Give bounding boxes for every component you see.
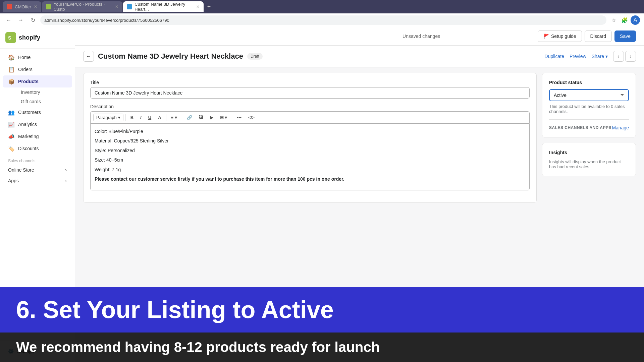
- product-status-select[interactable]: Active Draft: [549, 89, 629, 101]
- back-to-products-button[interactable]: ←: [83, 51, 94, 62]
- discounts-icon: 🏷️: [8, 145, 15, 152]
- unsaved-changes-text: Unsaved changes: [310, 34, 532, 39]
- toolbar-separator-1: [125, 114, 126, 121]
- paragraph-select[interactable]: Paragraph ▾: [93, 114, 123, 121]
- share-button[interactable]: Share ▾: [592, 54, 608, 59]
- products-icon: 📦: [8, 78, 15, 85]
- sidebar-item-apps[interactable]: Apps ›: [3, 175, 72, 186]
- tab-label-custom: Custom Name 3D Jewelry Heart...: [135, 2, 194, 12]
- duplicate-button[interactable]: Duplicate: [545, 54, 564, 59]
- paragraph-chevron-icon: ▾: [118, 115, 120, 120]
- sidebar-item-customers-label: Customers: [18, 110, 41, 115]
- sidebar-item-discounts[interactable]: 🏷️ Discounts: [3, 142, 72, 155]
- insights-text: Insights will display when the product h…: [549, 159, 629, 169]
- marketing-icon: 📣: [8, 133, 15, 140]
- toolbar-separator-2: [166, 114, 166, 121]
- banner-blue: 6. Set Your Listing to Active: [0, 287, 644, 333]
- sales-channels-title: SALES CHANNELS AND APPS: [549, 125, 611, 130]
- text-color-button[interactable]: A: [155, 114, 164, 121]
- next-product-button[interactable]: ›: [625, 51, 636, 62]
- product-header: ← Custom Name 3D Jewelry Heart Necklace …: [75, 46, 644, 67]
- sidebar-item-inventory[interactable]: Inventory: [15, 87, 72, 97]
- shopify-logo-icon: S: [5, 32, 16, 43]
- url-text: admin.shopify.com/store/yours4everco/pro…: [44, 18, 169, 23]
- insights-card: Insights Insights will display when the …: [542, 143, 636, 176]
- toolbar-separator-3: [182, 114, 182, 121]
- orders-icon: 📋: [8, 66, 15, 73]
- sidebar-item-customers[interactable]: 👥 Customers: [3, 106, 72, 118]
- sales-channels-header: SALES CHANNELS AND APPS Manage: [549, 119, 629, 130]
- tab-close-cm[interactable]: ✕: [34, 4, 37, 9]
- prev-product-button[interactable]: ‹: [613, 51, 624, 62]
- preview-button[interactable]: Preview: [570, 54, 586, 59]
- sidebar-item-home[interactable]: 🏠 Home: [3, 51, 72, 63]
- tab-cmOffer[interactable]: CMOffer ✕: [3, 1, 41, 12]
- product-nav-arrows: ‹ ›: [613, 51, 636, 62]
- product-status-title: Product status: [549, 80, 629, 85]
- sidebar-item-products[interactable]: 📦 Products: [3, 75, 72, 87]
- insights-title: Insights: [549, 150, 629, 155]
- forward-button[interactable]: →: [16, 15, 25, 25]
- tab-custom-name[interactable]: Custom Name 3D Jewelry Heart... ✕: [123, 1, 204, 12]
- desc-line-2: Material: Copper/925 Sterling Silver: [95, 137, 525, 144]
- back-button[interactable]: ←: [4, 15, 13, 25]
- topbar-actions: 🚩 Setup guide Discard Save: [538, 31, 636, 42]
- bold-button[interactable]: B: [128, 114, 136, 121]
- link-button[interactable]: 🔗: [184, 114, 195, 121]
- desc-line-6: Please contact our customer service firs…: [95, 175, 525, 183]
- home-icon: 🏠: [8, 54, 15, 61]
- code-button[interactable]: </>: [246, 114, 257, 121]
- top-bar: Unsaved changes 🚩 Setup guide Discard Sa…: [75, 27, 644, 46]
- title-form-group: Title: [90, 80, 530, 99]
- tab-label-cm: CMOffer: [15, 4, 31, 9]
- sidebar-item-discounts-label: Discounts: [18, 146, 39, 151]
- title-input[interactable]: [90, 87, 530, 99]
- save-button[interactable]: Save: [614, 31, 636, 42]
- setup-guide-button[interactable]: 🚩 Setup guide: [538, 31, 582, 42]
- draft-badge: Draft: [247, 53, 263, 60]
- align-button[interactable]: ≡ ▾: [168, 114, 180, 121]
- table-button[interactable]: ⊞ ▾: [217, 114, 230, 121]
- banner-dark: We recommend having 8-12 products ready …: [0, 333, 644, 362]
- bookmark-icon[interactable]: ☆: [609, 15, 619, 25]
- description-label: Description: [90, 104, 530, 109]
- media-button[interactable]: ▶: [207, 114, 216, 121]
- discard-button[interactable]: Discard: [585, 31, 612, 42]
- tab-close-shopify[interactable]: ✕: [115, 4, 118, 9]
- manage-link[interactable]: Manage: [612, 125, 629, 130]
- browser-chrome: CMOffer ✕ Yours4EverCo · Products · Cust…: [0, 0, 644, 27]
- toolbar-separator-4: [232, 114, 232, 121]
- chevron-right-apps-icon: ›: [65, 178, 67, 183]
- extensions-icon[interactable]: 🧩: [620, 15, 629, 25]
- banner-blue-text: 6. Set Your Listing to Active: [16, 297, 628, 323]
- tab-shopify-products[interactable]: Yours4EverCo · Products · Custo ✕: [42, 1, 122, 12]
- sidebar-item-gift-cards[interactable]: Gift cards: [15, 97, 72, 106]
- more-button[interactable]: •••: [234, 114, 244, 121]
- paragraph-label: Paragraph: [96, 115, 117, 120]
- italic-button[interactable]: I: [138, 114, 144, 121]
- sidebar-item-orders[interactable]: 📋 Orders: [3, 63, 72, 75]
- underline-button[interactable]: U: [146, 114, 154, 121]
- sidebar-logo: S shopify: [0, 27, 75, 49]
- image-button[interactable]: 🖼: [196, 114, 206, 121]
- customers-icon: 👥: [8, 109, 15, 116]
- overlay-banner: 6. Set Your Listing to Active We recomme…: [0, 287, 644, 362]
- description-toolbar: Paragraph ▾ B I U A ≡ ▾: [90, 111, 530, 123]
- description-editor[interactable]: Color: Blue/Pink/Purple Material: Copper…: [90, 123, 530, 190]
- desc-line-5: Weight: 7.1g: [95, 166, 525, 173]
- sidebar-item-analytics-label: Analytics: [18, 122, 37, 127]
- browser-icons: ☆ 🧩 A: [609, 15, 640, 25]
- address-bar[interactable]: admin.shopify.com/store/yours4everco/pro…: [40, 15, 606, 25]
- profile-icon[interactable]: A: [631, 15, 640, 25]
- sidebar-item-online-store[interactable]: Online Store ›: [3, 165, 72, 175]
- refresh-button[interactable]: ↻: [28, 15, 38, 25]
- description-form-group: Description Paragraph ▾ B I U: [90, 104, 530, 190]
- tab-favicon-shopify: [46, 4, 51, 9]
- sidebar-item-marketing[interactable]: 📣 Marketing: [3, 130, 72, 142]
- tab-close-custom[interactable]: ✕: [196, 4, 200, 9]
- apps-label: Apps: [8, 178, 19, 183]
- new-tab-button[interactable]: +: [204, 2, 214, 11]
- desc-line-4: Size: 40+5cm: [95, 156, 525, 164]
- sidebar-item-analytics[interactable]: 📈 Analytics: [3, 118, 72, 130]
- nav-bar: ← → ↻ admin.shopify.com/store/yours4ever…: [0, 13, 644, 27]
